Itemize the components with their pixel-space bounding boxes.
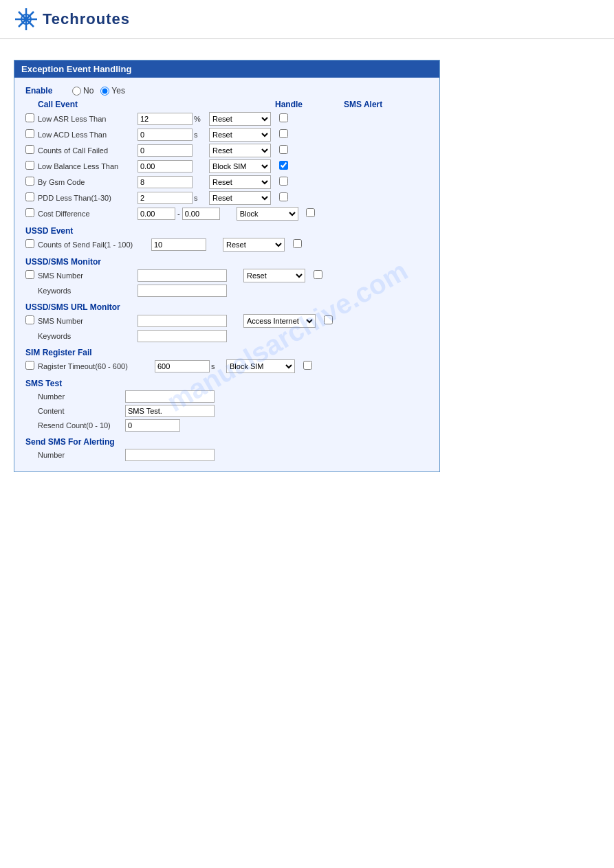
table-row: Low Balance Less Than ResetBlock SIMBloc…	[25, 159, 428, 173]
enable-radio-group: No Yes	[72, 86, 125, 96]
pdd-handle[interactable]: ResetBlock SIMBlock	[209, 191, 271, 205]
ussd-url-keywords-input[interactable]	[138, 330, 227, 342]
low-acd-input[interactable]	[138, 129, 193, 141]
ussd-url-sms[interactable]	[324, 315, 333, 324]
gsm-code-input[interactable]	[138, 176, 193, 188]
sms-test-resend-row: Resend Count(0 - 10)	[25, 419, 428, 432]
sms-test-content-row: Content	[25, 405, 428, 417]
low-balance-sms[interactable]	[279, 161, 288, 170]
cost-diff-checkbox[interactable]	[25, 208, 34, 217]
low-asr-input[interactable]	[138, 113, 193, 125]
ussd-send-fail-checkbox[interactable]	[25, 239, 34, 248]
logo-text: Techroutes	[43, 10, 130, 28]
low-acd-handle[interactable]: ResetBlock SIMBlock	[209, 128, 271, 142]
radio-yes-label[interactable]: Yes	[100, 86, 125, 96]
panel-title: Exception Event Handling	[14, 60, 439, 78]
table-row: SMS Number Access InternetResetBlock SIM	[25, 314, 428, 328]
ussd-url-number-input[interactable]	[138, 315, 227, 327]
table-row: Keywords	[25, 285, 428, 297]
call-failed-handle[interactable]: ResetBlock SIMBlock	[209, 144, 271, 157]
ussd-sms-number-sms[interactable]	[314, 270, 322, 279]
cost-diff-input2[interactable]	[182, 208, 220, 220]
table-row: By Gsm Code ResetBlock SIMBlock	[25, 175, 428, 189]
exception-event-panel: Exception Event Handling Enable No Yes	[14, 60, 440, 472]
sim-register-handle[interactable]: Block SIMResetBlock	[226, 359, 295, 373]
header: Techroutes	[0, 0, 614, 39]
handle-header: Handle	[275, 100, 344, 109]
low-balance-handle[interactable]: ResetBlock SIMBlock	[209, 159, 271, 173]
table-row: Keywords	[25, 330, 428, 342]
logo: Techroutes	[14, 7, 130, 32]
low-asr-sms[interactable]	[279, 113, 288, 122]
sms-alert-header: SMS Alert	[344, 100, 399, 109]
gsm-code-handle[interactable]: ResetBlock SIMBlock	[209, 175, 271, 189]
sms-test-section: SMS Test	[25, 379, 428, 388]
sim-register-sms[interactable]	[303, 361, 312, 370]
table-row: Ragister Timeout(60 - 600) s Block SIMRe…	[25, 359, 428, 373]
call-event-header: Call Event	[38, 100, 203, 109]
ussd-sms-number-input[interactable]	[138, 269, 227, 282]
send-sms-number-input[interactable]	[125, 449, 215, 461]
ussd-send-fail-handle[interactable]: ResetBlock SIMBlock	[223, 238, 285, 252]
enable-row: Enable No Yes	[25, 86, 428, 96]
logo-icon	[14, 7, 39, 32]
send-sms-number-row: Number	[25, 449, 428, 461]
sim-register-input[interactable]	[155, 360, 210, 372]
low-acd-sms[interactable]	[279, 129, 288, 138]
send-sms-alerting-section: Send SMS For Alerting	[25, 437, 428, 447]
ussd-sms-url-monitor-section: USSD/SMS URL Monitor	[25, 302, 428, 312]
pdd-checkbox[interactable]	[25, 192, 34, 201]
gsm-code-sms[interactable]	[279, 177, 288, 186]
table-row: Low ASR Less Than % ResetBlock SIMBlock	[25, 112, 428, 126]
ussd-event-section: USSD Event	[25, 226, 428, 236]
ussd-sms-number-checkbox[interactable]	[25, 270, 34, 279]
column-headers: Call Event Handle SMS Alert	[25, 100, 428, 109]
sms-test-number-input[interactable]	[125, 390, 215, 403]
gsm-code-checkbox[interactable]	[25, 177, 34, 186]
table-row: Counts of Call Failed ResetBlock SIMBloc…	[25, 144, 428, 157]
sms-test-resend-input[interactable]	[125, 419, 180, 432]
call-failed-sms[interactable]	[279, 145, 288, 154]
low-asr-checkbox[interactable]	[25, 113, 34, 122]
table-row: Low ACD Less Than s ResetBlock SIMBlock	[25, 128, 428, 142]
low-acd-checkbox[interactable]	[25, 129, 34, 138]
sms-test-content-input[interactable]	[125, 405, 215, 417]
ussd-sms-monitor-section: USSD/SMS Monitor	[25, 257, 428, 267]
ussd-sms-keywords-input[interactable]	[138, 285, 227, 297]
cost-diff-input1[interactable]	[138, 208, 175, 220]
radio-yes[interactable]	[100, 87, 109, 96]
radio-no-label[interactable]: No	[72, 86, 94, 96]
sim-register-checkbox[interactable]	[25, 361, 34, 370]
ussd-send-fail-input[interactable]	[151, 238, 206, 251]
ussd-url-handle[interactable]: Access InternetResetBlock SIM	[243, 314, 316, 328]
table-row: Cost Difference - ResetBlock SIMBlock	[25, 207, 428, 221]
pdd-sms[interactable]	[279, 192, 288, 201]
radio-no[interactable]	[72, 87, 81, 96]
table-row: Counts of Send Fail(1 - 100) ResetBlock …	[25, 238, 428, 252]
call-failed-checkbox[interactable]	[25, 145, 34, 154]
ussd-url-number-checkbox[interactable]	[25, 315, 34, 324]
table-row: PDD Less Than(1-30) s ResetBlock SIMBloc…	[25, 191, 428, 205]
sms-test-number-row: Number	[25, 390, 428, 403]
ussd-send-fail-sms[interactable]	[293, 239, 302, 248]
low-balance-input[interactable]	[138, 160, 193, 173]
low-asr-handle[interactable]: ResetBlock SIMBlock	[209, 112, 271, 126]
sim-register-fail-section: SIM Register Fail	[25, 348, 428, 357]
ussd-sms-number-handle[interactable]: ResetBlock SIMBlock	[243, 269, 305, 282]
table-row: SMS Number ResetBlock SIMBlock	[25, 269, 428, 282]
enable-label: Enable	[25, 86, 67, 96]
cost-diff-handle[interactable]: ResetBlock SIMBlock	[237, 207, 298, 221]
call-failed-input[interactable]	[138, 144, 193, 157]
low-balance-checkbox[interactable]	[25, 161, 34, 170]
cost-diff-sms[interactable]	[306, 208, 315, 217]
pdd-input[interactable]	[138, 192, 193, 204]
